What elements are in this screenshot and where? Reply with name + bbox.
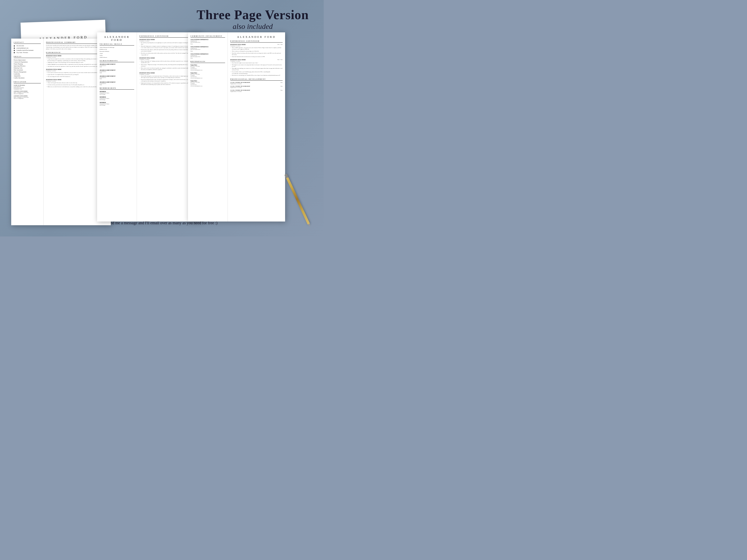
phone-icon (14, 45, 15, 47)
education-label: EDUCATION (14, 81, 41, 83)
achievement-2: AWARD/ACHIEVEMENT Organization Date (100, 70, 134, 74)
location-icon (14, 52, 15, 53)
page3-job-1-date: Date - Date (277, 44, 283, 45)
reference-3: Name Here Reference's Job Title Company … (190, 80, 225, 87)
skill-adaptability: Adaptability (14, 75, 41, 77)
contact-location: City, State / Province (14, 52, 41, 53)
resume-page-3: COMMUNITY INVOLVEMENT VOLUNTEER EXPERIEN… (188, 32, 285, 221)
page2-name-area: ALEXANDER FORD (100, 35, 134, 41)
header-area: Three Page Version also included (197, 7, 309, 31)
skill-risk-assessment: Risk Assessment (14, 69, 41, 71)
skill-resource-management: Resource Management (14, 71, 41, 73)
tech-skill-4: Asana (100, 53, 134, 54)
tech-skill-1: Adobe Illustrator & InDesign (100, 47, 134, 48)
skill-contracts: Contracts & Negotiations (14, 61, 41, 63)
page3-job-2-b1: Don't limit the length of your resume ba… (230, 62, 283, 64)
page3-job-2-b5: Directions for customizing your LinkedIn… (230, 75, 283, 76)
skills-section: SKILLS Process Improvement Contracts & N… (14, 56, 41, 79)
membership-1: MEMBER Organization Name Date Range (100, 91, 134, 95)
achievements-label: ACHIEVEMENTS (100, 60, 134, 62)
tech-skill-2: HTML & CSS (100, 49, 134, 50)
education-cert-2: CERTIFICATION HERE State, Company or Uni… (14, 95, 41, 99)
achievement-4: AWARD/ACHIEVEMENT Organization Date (100, 81, 134, 85)
linkedin-icon (14, 50, 15, 51)
contact-label: CONTACT (14, 42, 41, 44)
contact-linkedin: LinkedIn.com/in/first-lastname (14, 50, 41, 51)
page3-name: ALEXANDER FORD (230, 35, 283, 38)
contact-email: youremail@mail.com (14, 47, 41, 49)
page3-job-1-b1: This is VERY important - you need to sav… (230, 47, 283, 50)
page2-left: ALEXANDER FORD TECHNICAL SKILLS Adobe Il… (97, 32, 137, 221)
contact-section: CONTACT 555.555.5555 youremail@mail.com … (14, 42, 41, 53)
page3-job-1: POSITION TITLE HERE Date - Date Company,… (230, 44, 283, 57)
reference-2: Name Here Reference's Job Title Company … (190, 72, 225, 79)
prof-dev-1: CLASS, COURSE OR WORKSHOP Date Organizat… (230, 82, 283, 85)
membership-2: MEMBER Organization Name Date Range (100, 96, 134, 100)
skill-leadership: Leadership (14, 73, 41, 75)
tech-skill-6: CRM Software (100, 57, 134, 58)
page3-job-2-company: Company, Location (230, 60, 283, 62)
sidebar: CONTACT 555.555.5555 youremail@mail.com … (11, 38, 44, 225)
resume-page-1: CONTACT 555.555.5555 youremail@mail.com … (11, 38, 111, 225)
references-label: REFERENCES (190, 61, 225, 63)
contact-phone: 555.555.5555 (14, 45, 41, 47)
page3-job-1-b2: This is what you will upload to job post… (230, 51, 283, 52)
prof-dev-3: CLASS, COURSE OR WORKSHOP Date Organizat… (230, 89, 283, 92)
memberships-label: MEMBERSHIPS (100, 87, 134, 89)
volunteer-3: VOLUNTEER EXPERIENCE Organization Short … (190, 53, 225, 59)
skill-conflict-resolution: Conflict Resolution (14, 77, 41, 79)
page3-left: COMMUNITY INVOLVEMENT VOLUNTEER EXPERIEN… (188, 32, 228, 221)
skills-label: SKILLS (14, 56, 41, 58)
membership-3: MEMBER Organization Name Date Range (100, 102, 134, 106)
page3-job-1-b3: Word files will not look always like the… (230, 53, 283, 56)
page3-job-2-date: Date - Date (277, 59, 283, 60)
skill-process-improvement: Process Improvement (14, 59, 41, 61)
skill-project-planning: Project Planning (14, 63, 41, 65)
community-label: COMMUNITY INVOLVEMENT (190, 35, 225, 37)
prof-dev-label: PROFESSIONAL DEVELOPMENT (230, 78, 283, 81)
education-section: EDUCATION NAME OF DEGREE Concentration U… (14, 81, 41, 99)
page3-job-2: POSITION TITLE HERE Date - Date Company,… (230, 59, 283, 76)
header-subtitle: also included (197, 22, 309, 31)
resume-page-2: ALEXANDER FORD TECHNICAL SKILLS Adobe Il… (97, 32, 202, 221)
tech-skills-label: TECHNICAL SKILLS (100, 43, 134, 46)
tech-skill-3: Hootsuite & Buffer (100, 51, 134, 52)
page3-job-2-b3: That might mean making your resume two o… (230, 68, 283, 71)
volunteer-2: VOLUNTEER EXPERIENCE Organization Short … (190, 46, 225, 52)
volunteer-1: VOLUNTEER EXPERIENCE Organization Short … (190, 39, 225, 45)
page3-right: ALEXANDER FORD EXPERIENCE continued POSI… (228, 32, 285, 221)
header-title: Three Page Version (197, 7, 309, 22)
page2-name: ALEXANDER FORD (100, 35, 134, 41)
education-cert-1: CERTIFICATION HERE State, Company or Uni… (14, 90, 41, 94)
education-degree-1: NAME OF DEGREE Concentration University,… (14, 85, 41, 89)
skill-reducing-costs: Reducing Costs (14, 67, 41, 69)
page3-job-2-b4: If you include a link to your LinkedIn p… (230, 71, 283, 74)
page3-job-2-b2: The length of your resume is less import… (230, 64, 283, 68)
page3-name-area: ALEXANDER FORD (230, 35, 283, 38)
email-icon (14, 48, 15, 49)
achievement-1: AWARD/ACHIEVEMENT Organization Date (100, 63, 134, 68)
prof-dev-2: CLASS, COURSE OR WORKSHOP Date Organizat… (230, 86, 283, 88)
page3-job-1-company: Company, Location (230, 45, 283, 47)
achievement-3: AWARD/ACHIEVEMENT Organization Date (100, 75, 134, 79)
skill-improving-efficiency: Improving Efficiency (14, 65, 41, 67)
reference-1: Name Here Reference's Job Title Company … (190, 64, 225, 71)
tech-skill-5: Trello (100, 55, 134, 56)
page3-job-1-b4: Check the Instructions file for directio… (230, 56, 283, 57)
page3-exp-label: EXPERIENCE continued (230, 40, 283, 43)
